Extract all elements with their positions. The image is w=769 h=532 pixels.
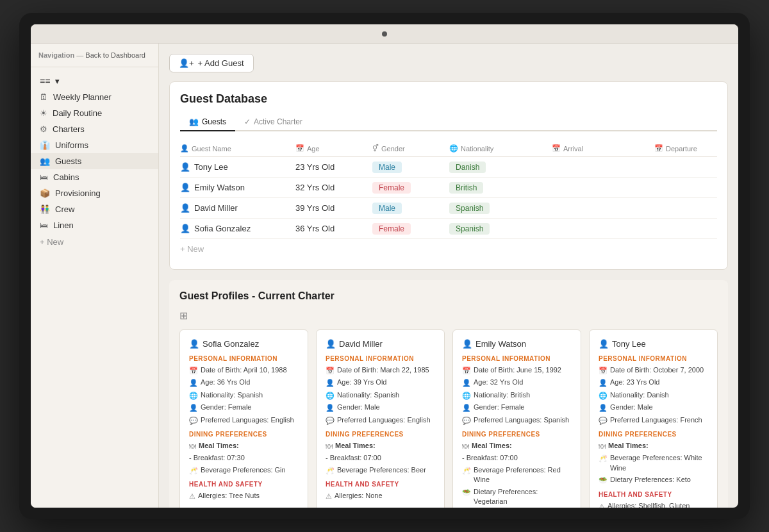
guest-avatar-icon: 👤 — [180, 162, 190, 172]
sidebar-label-uniforms: Uniforms — [55, 140, 88, 150]
gender-badge: Female — [372, 182, 411, 194]
tab-active-charter-label: Active Charter — [254, 117, 302, 126]
app-container: Navigation — Back to Dashboard ≡≡ ▾ 🗓 We… — [31, 44, 738, 508]
tab-active-charter-icon: ✓ — [244, 117, 251, 126]
profile-health: HEALTH AND SAFETY ⚠Allergies: Tree Nuts — [189, 481, 299, 501]
gender-badge: Male — [372, 203, 402, 214]
sidebar-item-weekly-planner[interactable]: 🗓 Weekly Planner — [31, 89, 158, 105]
sidebar-label-crew: Crew — [55, 204, 74, 214]
tab-active-charter[interactable]: ✓ Active Charter — [235, 113, 311, 130]
sidebar-item-daily-routine[interactable]: ☀ Daily Routine — [31, 105, 158, 121]
main-content: 👤+ + Add Guest Guest Database 👥 Guests — [159, 44, 738, 508]
guest-avatar-icon: 👤 — [180, 203, 190, 213]
nationality-badge: Danish — [449, 162, 486, 173]
profiles-grid: 👤 Sofia Gonzalez PERSONAL INFORMATION 📅D… — [179, 329, 718, 508]
sidebar-item-linen[interactable]: 🛏 Linen — [31, 217, 158, 233]
table-rows: 👤 Tony Lee 23 Yrs Old Male Danish 👤 Emil… — [180, 157, 717, 239]
guest-gender: Female — [372, 183, 449, 192]
table-row[interactable]: 👤 Tony Lee 23 Yrs Old Male Danish — [180, 157, 717, 178]
toolbar: 👤+ + Add Guest — [169, 54, 728, 72]
header-age: 📅 Age — [295, 144, 372, 153]
guest-nationality: British — [449, 183, 552, 192]
table-new[interactable]: + New — [180, 239, 717, 259]
guest-gender: Female — [372, 224, 449, 233]
nationality-badge: Spanish — [449, 203, 490, 214]
sidebar: Navigation — Back to Dashboard ≡≡ ▾ 🗓 We… — [31, 44, 159, 508]
profile-name: 👤 Emily Watson — [462, 339, 572, 349]
crew-icon: 👫 — [40, 204, 50, 214]
nav-header: Navigation — Back to Dashboard — [31, 51, 158, 67]
guest-name: Sofia Gonzalez — [194, 224, 251, 233]
profile-dining: DINING PREFERENCES 🍽Meal Times:- Breakfa… — [189, 431, 299, 476]
profile-dining: DINING PREFERENCES 🍽Meal Times:- Breakfa… — [326, 431, 435, 476]
guest-avatar-icon: 👤 — [180, 224, 190, 233]
profile-name: 👤 David Miller — [326, 339, 435, 349]
guest-name-cell: 👤 Emily Watson — [180, 183, 295, 192]
tab-guests[interactable]: 👥 Guests — [180, 113, 235, 131]
profile-avatar-icon: 👤 — [462, 339, 472, 349]
linen-icon: 🛏 — [40, 220, 48, 230]
table-row[interactable]: 👤 David Miller 39 Yrs Old Male Spanish — [180, 198, 717, 219]
guest-gender: Male — [372, 162, 449, 172]
guest-age: 39 Yrs Old — [295, 203, 372, 213]
guest-age: 32 Yrs Old — [295, 183, 372, 192]
gender-badge: Female — [372, 223, 411, 235]
tab-guests-label: Guests — [202, 117, 226, 126]
profile-avatar-icon: 👤 — [326, 339, 336, 349]
sidebar-section-icon[interactable]: ≡≡ ▾ — [31, 72, 158, 89]
guest-name: Emily Watson — [194, 183, 245, 192]
top-bar — [31, 24, 738, 44]
profile-comfort: COMFORT AND PREFERENCES 🛏Pillow Type: Fi… — [326, 507, 435, 508]
header-name: 👤 Guest Name — [180, 144, 295, 153]
guest-age: 23 Yrs Old — [295, 162, 372, 172]
weekly-planner-icon: 🗓 — [40, 92, 48, 102]
cabins-icon: 🛏 — [40, 172, 48, 182]
device-frame: Navigation — Back to Dashboard ≡≡ ▾ 🗓 We… — [19, 13, 750, 519]
profile-card: 👤 Tony Lee PERSONAL INFORMATION 📅Date of… — [589, 329, 718, 508]
guest-nationality: Danish — [449, 162, 552, 172]
tab-bar: 👥 Guests ✓ Active Charter — [180, 113, 717, 131]
add-guest-icon: 👤+ — [179, 58, 194, 68]
profile-card: 👤 David Miller PERSONAL INFORMATION 📅Dat… — [316, 329, 445, 508]
nav-title: Navigation — [38, 51, 74, 59]
guest-name-cell: 👤 David Miller — [180, 203, 295, 213]
sidebar-item-guests[interactable]: 👥 Guests — [31, 153, 158, 169]
guest-name-cell: 👤 Sofia Gonzalez — [180, 224, 295, 233]
add-guest-button[interactable]: 👤+ + Add Guest — [169, 54, 254, 72]
nationality-badge: Spanish — [449, 223, 490, 235]
table-row[interactable]: 👤 Emily Watson 32 Yrs Old Female British — [180, 178, 717, 198]
back-to-dashboard[interactable]: Back to Dashboard — [85, 51, 145, 59]
sidebar-item-crew[interactable]: 👫 Crew — [31, 201, 158, 217]
sidebar-label-guests: Guests — [55, 156, 81, 166]
sidebar-label-charters: Charters — [53, 124, 85, 134]
guests-icon: 👥 — [40, 156, 50, 166]
guest-nationality: Spanish — [449, 224, 552, 233]
provisioning-icon: 📦 — [40, 188, 50, 198]
sidebar-label-daily: Daily Routine — [53, 108, 102, 118]
profiles-section: Guest Profiles - Current Charter ⊞ 👤 Sof… — [169, 280, 728, 508]
sidebar-label-provisioning: Provisioning — [55, 188, 101, 198]
profile-comfort: COMFORT AND PREFERENCES 🛏Pillow Type: So… — [189, 507, 299, 508]
guest-database-card: Guest Database 👥 Guests ✓ Active Charter — [169, 81, 728, 270]
sidebar-label-weekly: Weekly Planner — [53, 92, 112, 102]
profile-personal: PERSONAL INFORMATION 📅Date of Birth: Apr… — [189, 355, 299, 426]
guest-gender: Male — [372, 203, 449, 213]
sidebar-label-cabins: Cabins — [53, 172, 79, 182]
screen: Navigation — Back to Dashboard ≡≡ ▾ 🗓 We… — [31, 24, 738, 508]
profile-dining: DINING PREFERENCES 🍽Meal Times:🥂Beverage… — [599, 431, 708, 486]
table-row[interactable]: 👤 Sofia Gonzalez 36 Yrs Old Female Spani… — [180, 219, 717, 239]
sidebar-item-cabins[interactable]: 🛏 Cabins — [31, 169, 158, 185]
sidebar-item-uniforms[interactable]: 👔 Uniforms — [31, 137, 158, 153]
grid-icon[interactable]: ⊞ — [179, 310, 718, 322]
profile-dining: DINING PREFERENCES 🍽Meal Times:- Breakfa… — [462, 431, 572, 506]
uniforms-icon: 👔 — [40, 140, 50, 150]
profile-card: 👤 Sofia Gonzalez PERSONAL INFORMATION 📅D… — [179, 329, 308, 508]
sidebar-item-charters[interactable]: ⚙ Charters — [31, 121, 158, 137]
table-header: 👤 Guest Name 📅 Age ⚥ Gender — [180, 140, 717, 157]
profile-health: HEALTH AND SAFETY ⚠Allergies: Shellfish,… — [599, 491, 708, 508]
sidebar-item-provisioning[interactable]: 📦 Provisioning — [31, 185, 158, 201]
camera-dot — [382, 31, 387, 37]
nationality-badge: British — [449, 182, 483, 194]
sidebar-new[interactable]: + New — [31, 233, 158, 251]
sidebar-label-linen: Linen — [53, 220, 74, 230]
